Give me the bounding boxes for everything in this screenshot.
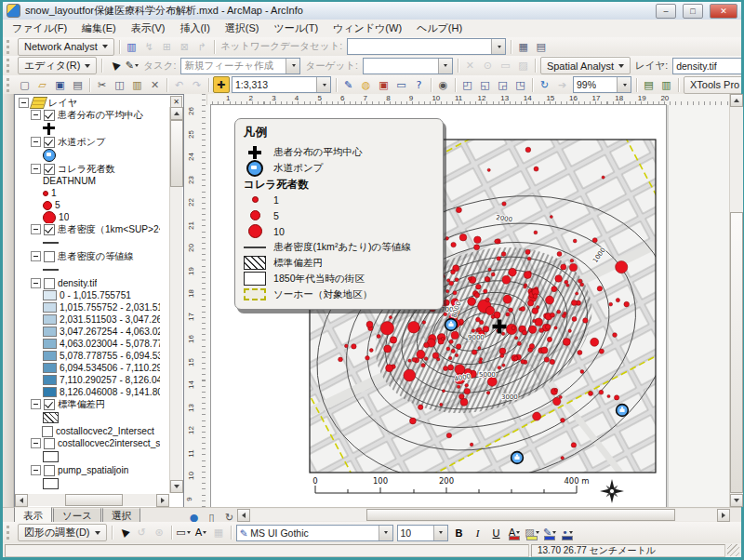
map-vertical-scrollbar[interactable]	[729, 94, 743, 507]
minimize-button[interactable]: –	[656, 4, 676, 19]
expander-minus-icon[interactable]	[19, 98, 29, 108]
network-attributes-table-icon[interactable]: ▦	[515, 38, 532, 55]
font-combo[interactable]: ✎ MS UI Gothic	[236, 525, 393, 541]
swatch-symbol[interactable]	[43, 363, 57, 373]
new-map-icon[interactable]: ▢	[17, 76, 33, 93]
toc-item[interactable]: 7,110.290257 - 8,126.046007	[15, 374, 160, 386]
menu-item-0[interactable]: ファイル(F)	[5, 20, 74, 37]
toc-symbol-row[interactable]	[15, 148, 160, 163]
swatch-symbol[interactable]	[43, 327, 57, 337]
toc-horizontal-scrollbar[interactable]	[15, 494, 169, 506]
combo-dropdown-icon[interactable]	[316, 77, 330, 92]
density-contour-symbol[interactable]	[43, 269, 59, 271]
close-button[interactable]: ✕	[710, 4, 737, 19]
scroll-down-icon[interactable]	[730, 494, 743, 507]
expander-minus-icon[interactable]	[31, 224, 41, 234]
combo-dropdown-icon[interactable]	[438, 59, 452, 73]
layer-checkbox[interactable]	[44, 224, 55, 235]
stddev-ellipse-symbol[interactable]	[43, 412, 59, 423]
toc-symbol-row[interactable]	[15, 262, 160, 277]
refresh-view-icon[interactable]: ↻	[537, 76, 553, 93]
toc-symbol-row[interactable]	[15, 476, 160, 491]
toc-item[interactable]: 1	[15, 187, 160, 199]
scroll-down-icon[interactable]	[170, 480, 183, 493]
toc-item[interactable]: pump_spatialjoin	[15, 464, 160, 476]
toc-item[interactable]: 5	[15, 199, 160, 211]
swatch-symbol[interactable]	[43, 387, 57, 397]
toolbar-grip[interactable]	[7, 40, 12, 54]
toolbar-grip[interactable]	[7, 59, 12, 73]
mean-center-symbol[interactable]	[43, 123, 55, 135]
layer-combo[interactable]: density.tif	[672, 58, 741, 74]
combo-dropdown-icon[interactable]	[433, 526, 447, 540]
task-combo[interactable]: 新規フィーチャ作成	[180, 58, 300, 74]
map-legend[interactable]: 凡例 患者分布の平均中心水道ポンプコレラ死者数1510患者密度(1km²あたり)…	[234, 118, 444, 310]
toc-label[interactable]: density.tif	[58, 278, 97, 288]
layer-checkbox[interactable]	[44, 251, 55, 262]
dot-symbol[interactable]	[43, 201, 52, 210]
combo-dropdown-icon[interactable]	[617, 77, 631, 92]
scroll-thumb[interactable]	[65, 494, 123, 506]
scroll-left-icon[interactable]	[15, 494, 28, 507]
toc-label[interactable]: 患者分布の平均中心	[58, 109, 143, 121]
expander-minus-icon[interactable]	[31, 278, 41, 288]
zoom-100-icon[interactable]: ◱	[477, 76, 494, 93]
scroll-thumb[interactable]	[366, 509, 675, 521]
layer-checkbox[interactable]	[44, 399, 55, 410]
polygon-symbol[interactable]	[43, 451, 59, 462]
expander-minus-icon[interactable]	[31, 465, 41, 475]
target-combo[interactable]	[363, 58, 453, 74]
edit-arrow-icon[interactable]: ▶	[106, 58, 123, 74]
menu-item-5[interactable]: ツール(T)	[266, 20, 326, 37]
italic-button[interactable]: I	[469, 525, 486, 541]
water-pump-symbol[interactable]	[43, 149, 56, 162]
toolbar-grip[interactable]	[7, 78, 12, 92]
toc-item[interactable]: 0 - 1,015.755751	[15, 289, 160, 301]
cut-icon[interactable]: ✂	[94, 76, 111, 93]
toc-item[interactable]: 標準偏差円	[15, 398, 160, 410]
maximize-button[interactable]: □	[683, 4, 703, 19]
toc-label[interactable]: 5,078.778755 - 6,094.534505	[60, 351, 160, 361]
text-tool-icon[interactable]: A	[193, 525, 209, 541]
swatch-symbol[interactable]	[43, 351, 57, 361]
toc-item[interactable]: 5,078.778755 - 6,094.534505	[15, 350, 160, 362]
marker-color-icon[interactable]: •	[559, 525, 576, 541]
open-map-icon[interactable]: ▱	[34, 76, 51, 93]
find-icon[interactable]: ◉	[435, 76, 452, 93]
expander-minus-icon[interactable]	[31, 438, 41, 448]
scroll-left-icon[interactable]	[237, 509, 250, 522]
layer-checkbox[interactable]	[44, 438, 55, 449]
expander-minus-icon[interactable]	[31, 137, 41, 147]
toc-item[interactable]: レイヤ	[15, 97, 160, 109]
toc-item[interactable]: コレラ死者数	[15, 163, 160, 175]
toc-item[interactable]: 8,126.046008 - 9,141.801758	[15, 386, 160, 398]
toc-item[interactable]: 水道ポンプ	[15, 136, 160, 148]
resize-grip[interactable]	[727, 544, 739, 556]
expander-minus-icon[interactable]	[31, 251, 41, 261]
font-size-combo[interactable]: 10	[397, 525, 448, 541]
toc-symbol-row[interactable]	[15, 410, 160, 425]
toc-symbol-row[interactable]	[15, 449, 160, 464]
toc-label[interactable]: レイヤ	[48, 97, 77, 109]
build-network-icon[interactable]: ▤	[533, 38, 550, 55]
layer-checkbox[interactable]	[44, 164, 55, 175]
swatch-symbol[interactable]	[43, 314, 57, 325]
toc-item[interactable]: 1,015.755752 - 2,031.511502	[15, 301, 160, 313]
toc-label[interactable]: 1,015.755752 - 2,031.511502	[60, 302, 160, 313]
network-analyst-window-icon[interactable]: ▥	[123, 38, 140, 55]
combo-dropdown-icon[interactable]	[491, 39, 505, 54]
toc-label[interactable]: 標準偏差円	[58, 398, 105, 410]
combo-dropdown-icon[interactable]	[286, 59, 299, 73]
copy-icon[interactable]: ◫	[112, 76, 128, 93]
underline-button[interactable]: U	[487, 525, 505, 541]
map-horizontal-scrollbar[interactable]	[237, 509, 730, 521]
toc-label[interactable]: 1	[51, 188, 57, 198]
swatch-symbol[interactable]	[43, 339, 57, 349]
toc-item[interactable]: 患者密度（1km<SUP>2</SUP>あ	[15, 223, 160, 235]
network-analyst-dropdown[interactable]: Network Analyst	[18, 38, 114, 56]
scale-combo[interactable]: 1:3,313	[232, 76, 331, 93]
toc-item[interactable]: 患者密度の等値線	[15, 250, 160, 262]
toc-item[interactable]: costallocvec2intersect_spatialjoin	[15, 437, 160, 449]
menu-item-7[interactable]: ヘルプ(H)	[409, 20, 470, 37]
toc-label[interactable]: costallocvec2_Intersect	[56, 426, 154, 436]
